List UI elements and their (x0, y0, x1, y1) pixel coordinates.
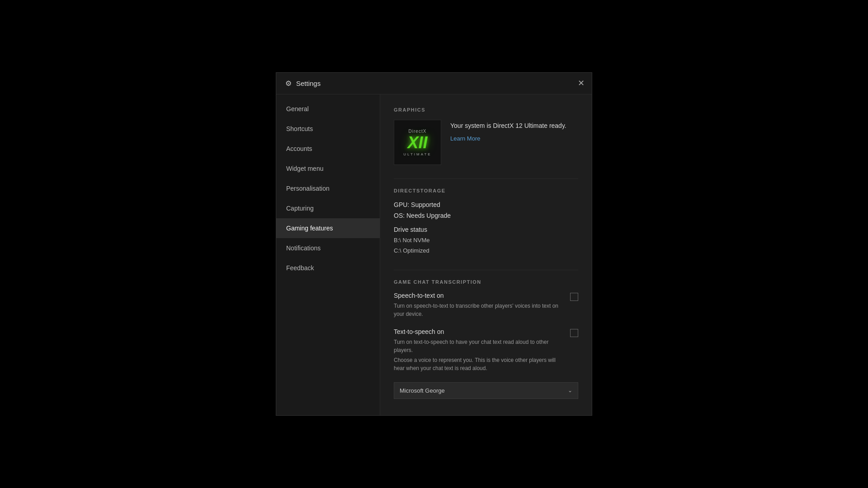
speech-to-text-text: Speech-to-text on Turn on speech-to-text… (394, 292, 563, 318)
title-bar: ⚙ Settings ✕ (276, 73, 592, 94)
directstorage-section-header: DIRECTSTORAGE (394, 188, 578, 193)
speech-to-text-option: Speech-to-text on Turn on speech-to-text… (394, 292, 578, 318)
settings-icon: ⚙ (285, 79, 292, 88)
directx-xii-label: XII (407, 135, 427, 151)
main-content: GRAPHICS DirectX XII ULTIMATE Your syste… (380, 94, 592, 415)
voice-dropdown[interactable]: Microsoft George ⌄ (394, 382, 578, 399)
text-to-speech-text: Text-to-speech on Turn on text-to-speech… (394, 328, 563, 372)
speech-to-text-desc: Turn on speech-to-text to transcribe oth… (394, 302, 563, 318)
drive-status-title: Drive status (394, 226, 578, 233)
drive-b-label: B:\ Not NVMe (394, 235, 578, 245)
sidebar-item-general[interactable]: General (276, 99, 380, 119)
sidebar-item-personalisation[interactable]: Personalisation (276, 178, 380, 198)
graphics-section-header: GRAPHICS (394, 107, 578, 113)
sidebar-item-feedback[interactable]: Feedback (276, 258, 380, 278)
directx-logo: DirectX XII ULTIMATE (394, 120, 441, 165)
text-to-speech-title: Text-to-speech on (394, 328, 563, 335)
graphics-info: Your system is DirectX 12 Ultimate ready… (450, 120, 578, 142)
sidebar-item-accounts[interactable]: Accounts (276, 139, 380, 159)
os-status-row: OS: Needs Upgrade (394, 211, 578, 220)
sidebar-item-widget-menu[interactable]: Widget menu (276, 159, 380, 178)
game-chat-section: GAME CHAT TRANSCRIPTION Speech-to-text o… (394, 279, 578, 399)
close-button[interactable]: ✕ (578, 79, 585, 87)
voice-dropdown-value: Microsoft George (400, 387, 445, 394)
sidebar: General Shortcuts Accounts Widget menu P… (276, 94, 380, 415)
directx-logo-inner: DirectX XII ULTIMATE (403, 129, 431, 156)
sidebar-item-shortcuts[interactable]: Shortcuts (276, 119, 380, 139)
chevron-down-icon: ⌄ (568, 387, 572, 394)
gpu-status-row: GPU: Supported (394, 201, 578, 209)
directx-ultimate-label: ULTIMATE (403, 152, 431, 156)
sidebar-item-notifications[interactable]: Notifications (276, 238, 380, 258)
text-to-speech-option: Text-to-speech on Turn on text-to-speech… (394, 328, 578, 372)
gpu-status-label: GPU: Supported (394, 201, 440, 208)
separator-2 (394, 270, 578, 270)
sidebar-item-capturing[interactable]: Capturing (276, 198, 380, 218)
text-to-speech-desc2: Choose a voice to represent you. This is… (394, 356, 563, 372)
directstorage-section: DIRECTSTORAGE GPU: Supported OS: Needs U… (394, 188, 578, 256)
drive-c-label: C:\ Optimized (394, 245, 578, 256)
speech-to-text-title: Speech-to-text on (394, 292, 563, 299)
window-title: Settings (296, 80, 321, 87)
content-area: General Shortcuts Accounts Widget menu P… (276, 94, 592, 415)
learn-more-link[interactable]: Learn More (450, 135, 480, 142)
game-chat-section-header: GAME CHAT TRANSCRIPTION (394, 279, 578, 285)
text-to-speech-desc1: Turn on text-to-speech to have your chat… (394, 338, 563, 354)
text-to-speech-checkbox[interactable] (570, 329, 578, 337)
separator-1 (394, 178, 578, 179)
speech-to-text-checkbox[interactable] (570, 293, 578, 301)
sidebar-item-gaming-features[interactable]: Gaming features (276, 218, 380, 238)
settings-window: ⚙ Settings ✕ General Shortcuts Accounts … (276, 72, 592, 416)
os-status-label: OS: Needs Upgrade (394, 212, 451, 219)
directx-top-label: DirectX (409, 129, 427, 134)
graphics-ready-text: Your system is DirectX 12 Ultimate ready… (450, 122, 578, 131)
graphics-card: DirectX XII ULTIMATE Your system is Dire… (394, 120, 578, 165)
